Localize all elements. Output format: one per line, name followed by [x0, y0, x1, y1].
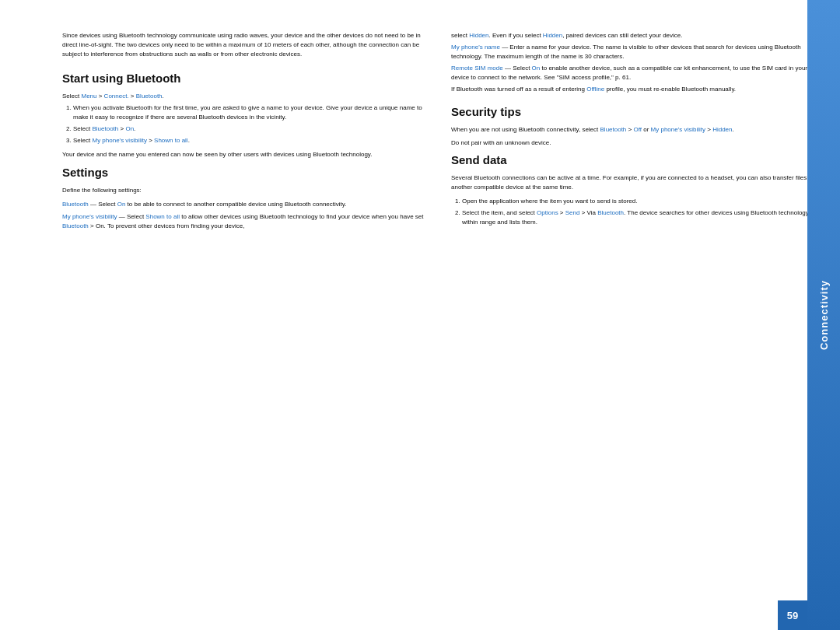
send-link[interactable]: Send — [565, 209, 580, 216]
on-setting-link[interactable]: On — [117, 201, 126, 208]
hidden-link-3[interactable]: Hidden — [712, 126, 732, 133]
page-container: Since devices using Bluetooth technology… — [0, 0, 840, 630]
offline-link[interactable]: Offline — [586, 86, 604, 93]
right-intro-p1: select Hidden. Even if you select Hidden… — [451, 31, 817, 40]
right-intro-p2: My phone's name — Enter a name for your … — [451, 43, 817, 61]
step-3: Select My phone's visibility > Shown to … — [73, 136, 428, 145]
page-number: 59 — [787, 610, 798, 621]
bluetooth-off-link[interactable]: Bluetooth — [600, 126, 627, 133]
section-title-start-bluetooth: Start using Bluetooth — [62, 70, 428, 87]
settings-block: Bluetooth — Select On to be able to conn… — [62, 200, 428, 231]
section-title-settings: Settings — [62, 164, 428, 181]
page-number-box: 59 — [778, 600, 807, 630]
on-link[interactable]: On — [125, 125, 134, 132]
options-link[interactable]: Options — [537, 209, 558, 216]
send-data-intro: Several Bluetooth connections can be act… — [451, 173, 817, 192]
send-step-1: Open the application where the item you … — [462, 197, 817, 206]
right-column: select Hidden. Even if you select Hidden… — [451, 31, 817, 607]
step-1: When you activate Bluetooth for the firs… — [73, 103, 428, 122]
main-content: Since devices using Bluetooth technology… — [0, 0, 840, 630]
via-bluetooth-link[interactable]: Bluetooth — [597, 209, 624, 216]
right-intro-block: select Hidden. Even if you select Hidden… — [451, 31, 817, 94]
my-phone-visibility-link[interactable]: My phone's visibility — [62, 213, 117, 220]
right-intro-p3: Remote SIM mode — Select On to enable an… — [451, 64, 817, 82]
left-column: Since devices using Bluetooth technology… — [62, 31, 428, 607]
bluetooth-setting-link[interactable]: Bluetooth — [62, 201, 89, 208]
sidebar-label: Connectivity — [818, 280, 830, 350]
define-text: Define the following settings: — [62, 186, 428, 195]
bluetooth-on-link[interactable]: Bluetooth — [92, 125, 118, 132]
section-title-security: Security tips — [451, 103, 817, 121]
section-title-send-data: Send data — [451, 152, 817, 169]
bluetooth-on-ref-link[interactable]: Bluetooth — [62, 222, 89, 229]
on-remote-link[interactable]: On — [532, 65, 541, 72]
remote-sim-link[interactable]: Remote SIM mode — [451, 65, 503, 72]
hidden-link-2[interactable]: Hidden — [543, 32, 562, 39]
settings-item-bluetooth: Bluetooth — Select On to be able to conn… — [62, 200, 428, 209]
send-step-2: Select the item, and select Options > Se… — [462, 208, 817, 227]
visibility-link[interactable]: My phone's visibility — [92, 137, 146, 144]
visibility-hidden-link[interactable]: My phone's visibility — [651, 126, 705, 133]
shown-to-all-setting-link[interactable]: Shown to all — [145, 213, 180, 220]
security-body-2: Do not pair with an unknown device. — [451, 138, 817, 148]
hidden-link-1[interactable]: Hidden — [469, 32, 488, 39]
sidebar-tab: Connectivity — [807, 0, 840, 630]
my-phone-name-link[interactable]: My phone's name — [451, 44, 500, 51]
connect-link[interactable]: Connect. — [104, 93, 129, 100]
shown-to-all-link[interactable]: Shown to all — [154, 137, 188, 144]
instruction-line: Select Menu > Connect. > Bluetooth. — [62, 92, 428, 101]
menu-link[interactable]: Menu — [81, 93, 96, 100]
right-intro-p4: If Bluetooth was turned off as a result … — [451, 85, 817, 94]
off-link[interactable]: Off — [633, 126, 642, 133]
settings-item-visibility: My phone's visibility — Select Shown to … — [62, 212, 428, 231]
intro-text: Since devices using Bluetooth technology… — [62, 31, 428, 59]
start-bluetooth-body: Your device and the name you entered can… — [62, 150, 428, 159]
send-data-steps: Open the application where the item you … — [462, 197, 817, 227]
step-2: Select Bluetooth > On. — [73, 124, 428, 134]
bluetooth-link-1[interactable]: Bluetooth — [136, 93, 163, 100]
start-bluetooth-steps: When you activate Bluetooth for the firs… — [73, 103, 428, 145]
security-body-1: When you are not using Bluetooth connect… — [451, 125, 817, 135]
